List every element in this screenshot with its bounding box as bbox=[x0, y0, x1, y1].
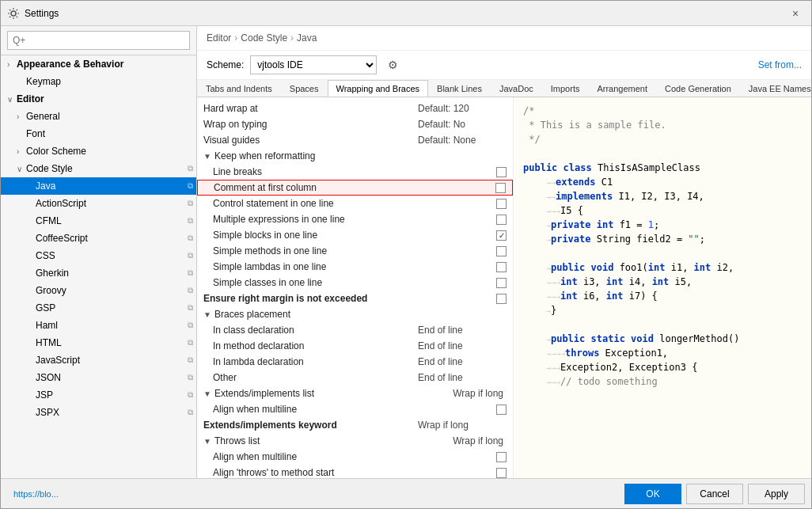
section-collapse-arrow[interactable]: ▼ bbox=[203, 389, 214, 398]
set-from-link[interactable]: Set from... bbox=[758, 59, 802, 70]
class-decl-label: In class declaration bbox=[213, 325, 412, 336]
control-stmt-row: Control statement in one line bbox=[197, 196, 513, 211]
scheme-gear-button[interactable]: ⚙ bbox=[383, 55, 402, 74]
class-decl-value: End of line bbox=[412, 325, 507, 336]
align-multiline-throws-checkbox[interactable] bbox=[496, 452, 507, 462]
comment-first-col-row: Comment at first column bbox=[197, 180, 513, 196]
throws-list-value: Wrap if long bbox=[453, 435, 507, 446]
sidebar-item-java[interactable]: Java ⧉ bbox=[1, 177, 196, 195]
cancel-button[interactable]: Cancel bbox=[686, 484, 743, 504]
ok-button[interactable]: OK bbox=[624, 484, 681, 504]
sidebar-item-label: CoffeeScript bbox=[36, 233, 88, 244]
section-collapse-arrow[interactable]: ▼ bbox=[203, 437, 214, 446]
collapse-arrow: ∨ bbox=[7, 95, 17, 104]
sidebar-item-html[interactable]: HTML ⧉ bbox=[1, 334, 196, 351]
sidebar-item-label: Keymap bbox=[26, 76, 61, 87]
sidebar-item-label: Groovy bbox=[36, 285, 66, 296]
simple-methods-checkbox[interactable] bbox=[496, 246, 507, 256]
sidebar-item-javascript[interactable]: JavaScript ⧉ bbox=[1, 351, 196, 369]
sidebar-item-gherkin[interactable]: Gherkin ⧉ bbox=[1, 264, 196, 282]
sidebar-item-label: JavaScript bbox=[36, 355, 80, 366]
lambda-decl-value: End of line bbox=[412, 356, 507, 367]
sidebar-item-css[interactable]: CSS ⧉ bbox=[1, 247, 196, 264]
sidebar-item-label: Java bbox=[36, 180, 55, 192]
copy-icon: ⧉ bbox=[188, 408, 193, 417]
tab-imports[interactable]: Imports bbox=[542, 80, 589, 97]
main-area: Hard wrap at Default: 120 Wrap on typing… bbox=[197, 97, 811, 478]
section-collapse-arrow[interactable]: ▼ bbox=[203, 152, 214, 161]
sidebar-item-font[interactable]: Font bbox=[1, 125, 196, 142]
code-preview: /* * This is a sample file. */ public cl… bbox=[514, 97, 811, 478]
sidebar-item-label: General bbox=[26, 111, 60, 122]
sidebar-item-label: JSPX bbox=[36, 407, 59, 418]
copy-icon: ⧉ bbox=[188, 268, 193, 278]
simple-methods-label: Simple methods in one line bbox=[213, 245, 496, 256]
tab-javadoc[interactable]: JavaDoc bbox=[491, 80, 542, 97]
ensure-margin-checkbox[interactable] bbox=[496, 294, 507, 304]
copy-icon: ⧉ bbox=[188, 234, 193, 243]
sidebar-item-code-style[interactable]: ∨ Code Style ⧉ bbox=[1, 160, 196, 177]
align-multiline-label: Align when multiline bbox=[213, 404, 496, 415]
search-box bbox=[1, 26, 196, 55]
copy-icon: ⧉ bbox=[188, 303, 193, 313]
comment-first-col-checkbox[interactable] bbox=[495, 183, 506, 193]
simple-classes-checkbox[interactable] bbox=[496, 278, 507, 288]
sidebar-item-appearance[interactable]: › Appearance & Behavior bbox=[1, 55, 196, 73]
breadcrumb-java: Java bbox=[297, 32, 317, 44]
sidebar-item-label: Code Style bbox=[26, 163, 73, 174]
method-decl-row: In method declaration End of line bbox=[197, 338, 513, 354]
apply-button[interactable]: Apply bbox=[748, 484, 805, 504]
tab-java-ee-names[interactable]: Java EE Names bbox=[740, 80, 811, 97]
copy-icon: ⧉ bbox=[188, 321, 193, 330]
throws-list-section: ▼ Throws list Wrap if long bbox=[197, 433, 513, 449]
simple-blocks-label: Simple blocks in one line bbox=[213, 230, 496, 241]
lambda-decl-row: In lambda declaration End of line bbox=[197, 354, 513, 370]
sidebar-item-jsp[interactable]: JSP ⧉ bbox=[1, 386, 196, 404]
copy-icon: ⧉ bbox=[188, 199, 193, 208]
align-throws-checkbox[interactable] bbox=[496, 468, 507, 478]
close-button[interactable]: × bbox=[786, 4, 805, 23]
sidebar-item-gsp[interactable]: GSP ⧉ bbox=[1, 299, 196, 317]
sidebar-item-keymap[interactable]: Keymap bbox=[1, 73, 196, 90]
collapse-arrow: › bbox=[17, 112, 26, 121]
sidebar-item-cfml[interactable]: CFML ⧉ bbox=[1, 212, 196, 230]
keep-reformatting-section: ▼ Keep when reformatting bbox=[197, 148, 513, 164]
extends-list-value: Wrap if long bbox=[453, 388, 507, 399]
sidebar-item-label: Haml bbox=[36, 320, 58, 331]
sidebar-item-general[interactable]: › General bbox=[1, 108, 196, 125]
tab-code-generation[interactable]: Code Generation bbox=[656, 80, 740, 97]
tab-spaces[interactable]: Spaces bbox=[281, 80, 328, 97]
copy-icon: ⧉ bbox=[188, 164, 193, 173]
sidebar-item-jspx[interactable]: JSPX ⧉ bbox=[1, 404, 196, 421]
bottom-bar: https://blo... OK Cancel Apply bbox=[1, 478, 811, 508]
copy-icon: ⧉ bbox=[188, 338, 193, 348]
collapse-arrow: › bbox=[17, 147, 26, 156]
breadcrumb: Editor › Code Style › Java bbox=[197, 26, 811, 51]
search-input[interactable] bbox=[7, 31, 190, 50]
sidebar-tree: › Appearance & Behavior Keymap ∨ Editor … bbox=[1, 55, 196, 478]
control-stmt-checkbox[interactable] bbox=[496, 199, 507, 209]
breadcrumb-editor: Editor bbox=[207, 32, 231, 44]
simple-blocks-checkbox[interactable] bbox=[496, 230, 507, 241]
scheme-select[interactable]: vjtools IDE bbox=[250, 55, 377, 74]
tab-tabs-indents[interactable]: Tabs and Indents bbox=[197, 80, 281, 97]
multiple-expr-label: Multiple expressions in one line bbox=[213, 214, 496, 225]
multiple-expr-checkbox[interactable] bbox=[496, 215, 507, 225]
sidebar-item-json[interactable]: JSON ⧉ bbox=[1, 369, 196, 386]
scheme-label: Scheme: bbox=[207, 59, 244, 70]
simple-lambdas-checkbox[interactable] bbox=[496, 262, 507, 272]
sidebar-item-groovy[interactable]: Groovy ⧉ bbox=[1, 282, 196, 299]
sidebar-item-haml[interactable]: Haml ⧉ bbox=[1, 317, 196, 334]
section-collapse-arrow[interactable]: ▼ bbox=[203, 310, 214, 319]
sidebar-item-coffeescript[interactable]: CoffeeScript ⧉ bbox=[1, 230, 196, 247]
tab-blank-lines[interactable]: Blank Lines bbox=[428, 80, 491, 97]
sidebar-item-color-scheme[interactable]: › Color Scheme bbox=[1, 142, 196, 160]
content-area: › Appearance & Behavior Keymap ∨ Editor … bbox=[1, 26, 811, 478]
sidebar-item-actionscript[interactable]: ActionScript ⧉ bbox=[1, 195, 196, 212]
tab-wrapping-braces[interactable]: Wrapping and Braces bbox=[328, 80, 429, 97]
sidebar-item-editor[interactable]: ∨ Editor bbox=[1, 90, 196, 108]
sidebar-item-label: Editor bbox=[17, 93, 44, 104]
tab-arrangement[interactable]: Arrangement bbox=[588, 80, 656, 97]
line-breaks-checkbox[interactable] bbox=[496, 167, 507, 177]
align-multiline-checkbox[interactable] bbox=[496, 405, 507, 415]
